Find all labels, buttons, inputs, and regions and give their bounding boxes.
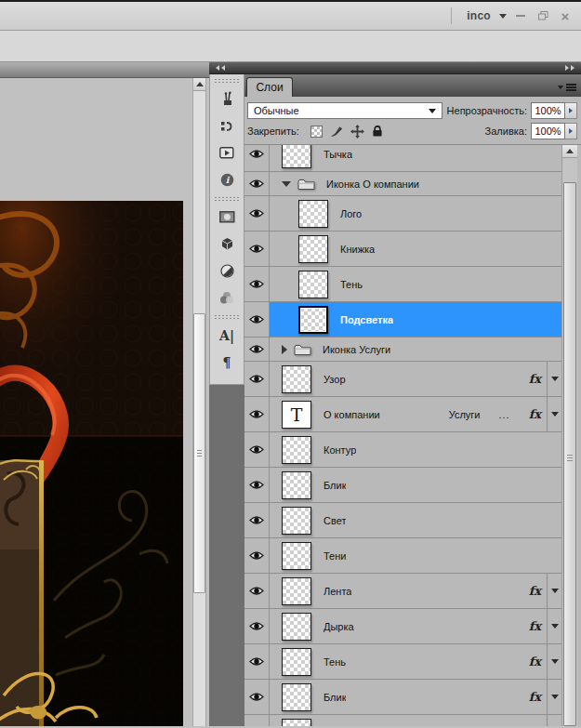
layer-row[interactable]: Книжка (244, 232, 561, 267)
layer-row[interactable]: Блик (244, 468, 561, 503)
lock-pixels-button[interactable] (330, 125, 344, 139)
blend-mode-select[interactable]: Обычные (247, 102, 442, 119)
visibility-toggle[interactable] (244, 680, 270, 714)
layer-thumbnail[interactable] (282, 542, 311, 570)
fx-expand-caret-icon[interactable] (551, 695, 559, 699)
scrollbar-thumb[interactable] (193, 313, 205, 593)
layer-thumbnail[interactable] (298, 200, 328, 228)
scroll-up-button[interactable] (193, 78, 205, 91)
layer-thumbnail[interactable] (282, 613, 311, 641)
layer-group-row[interactable]: Иконка О компании (244, 172, 561, 196)
scroll-up-button[interactable] (562, 145, 577, 158)
opacity-slider-button[interactable] (565, 102, 577, 119)
paragraph-panel-icon[interactable]: ¶ (213, 350, 241, 375)
visibility-toggle[interactable] (244, 397, 270, 431)
3d-panel-icon[interactable] (213, 232, 241, 257)
minimize-button[interactable] (512, 7, 529, 24)
scrollbar-thumb[interactable] (563, 182, 576, 726)
lock-transparency-button[interactable] (310, 125, 324, 139)
layer-row[interactable]: Лентаfx (244, 574, 561, 609)
layer-thumbnail[interactable] (298, 271, 328, 298)
text-layer-thumbnail[interactable]: T (282, 401, 311, 429)
visibility-toggle[interactable] (244, 362, 270, 396)
panel-menu-button[interactable] (558, 84, 576, 91)
visibility-toggle[interactable] (244, 715, 270, 726)
collapse-left-icon[interactable] (216, 65, 225, 71)
visibility-toggle[interactable] (244, 574, 270, 608)
visibility-toggle[interactable] (244, 432, 270, 467)
adjustments-panel-icon[interactable] (213, 258, 241, 284)
tab-layers[interactable]: Слои (246, 77, 293, 97)
fx-expand-caret-icon[interactable] (551, 589, 559, 593)
visibility-toggle[interactable] (244, 338, 270, 361)
visibility-toggle[interactable] (244, 468, 270, 502)
color-panel-icon[interactable] (213, 285, 241, 311)
layer-thumbnail[interactable] (282, 719, 311, 727)
visibility-toggle[interactable] (244, 267, 270, 301)
layer-row[interactable]: Лого (244, 196, 561, 232)
clone-source-panel-icon[interactable] (213, 113, 241, 139)
collapse-triangle-icon[interactable] (282, 181, 291, 187)
character-panel-icon[interactable]: A| (213, 323, 241, 348)
brush-panel-icon[interactable] (213, 86, 241, 112)
chevron-down-icon[interactable] (499, 14, 507, 19)
layer-thumbnail[interactable] (298, 306, 328, 334)
layer-thumbnail[interactable] (282, 365, 311, 393)
layer-thumbnail[interactable] (298, 235, 328, 263)
lock-all-button[interactable] (371, 125, 385, 139)
layer-group-row[interactable]: Иконка Услуги (244, 338, 561, 362)
layer-row[interactable]: Подсветка (244, 302, 561, 338)
actions-panel-icon[interactable] (213, 140, 241, 165)
lock-position-button[interactable] (350, 125, 364, 139)
opacity-input[interactable]: 100% (531, 102, 565, 119)
layer-row[interactable]: Теньfx (244, 715, 561, 726)
document-canvas[interactable] (0, 201, 183, 726)
fx-expand-caret-icon[interactable] (551, 412, 559, 417)
restore-button[interactable] (535, 7, 551, 24)
close-button[interactable]: × (557, 7, 574, 24)
layer-row[interactable]: Узорfx (244, 362, 561, 397)
fill-input[interactable]: 100% (531, 123, 565, 139)
fx-expand-caret-icon[interactable] (551, 659, 559, 664)
collapse-right-icon[interactable] (565, 65, 574, 71)
visibility-toggle[interactable] (244, 538, 270, 573)
layer-row[interactable]: Теньfx (244, 644, 561, 680)
layer-row[interactable]: Свет (244, 503, 561, 538)
fill-slider-button[interactable] (565, 123, 577, 139)
layer-row[interactable]: Контур (244, 432, 561, 468)
layer-thumbnail[interactable] (282, 507, 311, 535)
layer-row[interactable]: TО компанииУслуги...fx (244, 397, 561, 432)
dock-collapse-bar[interactable] (209, 62, 581, 74)
layer-thumbnail[interactable] (282, 471, 311, 499)
visibility-toggle[interactable] (244, 232, 270, 266)
canvas-vertical-scrollbar[interactable] (192, 78, 206, 726)
layer-row[interactable]: Тень (244, 267, 561, 302)
layer-thumbnail[interactable] (282, 683, 311, 711)
layer-row[interactable]: Тычка (244, 144, 561, 172)
info-panel-icon[interactable]: i (213, 167, 241, 192)
strip-grip[interactable] (214, 196, 240, 203)
fx-expand-caret-icon[interactable] (551, 377, 559, 381)
layer-row[interactable]: Дыркаfx (244, 609, 561, 644)
visibility-toggle[interactable] (244, 144, 270, 171)
layer-row[interactable]: Бликfx (244, 680, 561, 715)
layers-scrollbar[interactable] (561, 145, 577, 726)
expand-triangle-icon[interactable] (282, 345, 287, 354)
masks-panel-icon[interactable] (213, 205, 241, 230)
layer-thumbnail[interactable] (282, 648, 311, 676)
layer-thumbnail[interactable] (282, 577, 311, 605)
visibility-toggle[interactable] (244, 196, 270, 231)
visibility-toggle[interactable] (244, 172, 270, 195)
fx-expand-caret-icon[interactable] (551, 624, 559, 629)
strip-grip[interactable] (214, 78, 240, 85)
visibility-toggle[interactable] (244, 302, 270, 337)
strip-grip[interactable] (214, 314, 240, 321)
visibility-toggle[interactable] (244, 503, 270, 537)
layer-row[interactable]: Тени (244, 538, 561, 574)
layer-thumbnail[interactable] (282, 144, 311, 168)
layer-thumbnail[interactable] (282, 436, 311, 464)
window-titlebar[interactable]: inco × (0, 2, 581, 31)
visibility-toggle[interactable] (244, 609, 270, 643)
document-titlebar[interactable] (0, 62, 209, 78)
visibility-toggle[interactable] (244, 644, 270, 679)
